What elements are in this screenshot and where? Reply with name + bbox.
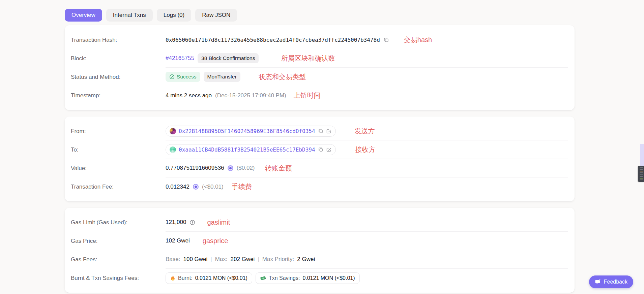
- gas-fees-label: Gas Fees:: [71, 256, 166, 263]
- fee-annotation: 手续费: [232, 182, 252, 191]
- gas-price-value: 102 Gwei: [166, 237, 190, 244]
- banknote-icon: [260, 275, 266, 281]
- method-badge: MonTransfer: [204, 72, 240, 82]
- feedback-label: Feedback: [604, 279, 627, 285]
- value-label: Value:: [71, 165, 166, 172]
- block-row: Block: #42165755 38 Block Confirmations …: [71, 49, 568, 68]
- edit-note-icon[interactable]: [326, 128, 332, 134]
- copy-icon[interactable]: [318, 147, 323, 152]
- timestamp-absolute: (Dec-15-2025 17:09:40 PM): [215, 92, 286, 99]
- gas-price-label: Gas Price:: [71, 238, 166, 244]
- tab-raw-json[interactable]: Raw JSON: [195, 9, 237, 22]
- to-address-pill[interactable]: 0xaaa11CB4DdB5881f3B254021B5eEE65c17EbD3…: [166, 144, 336, 155]
- from-address-pill[interactable]: 0x228148889505F14602458969E36F8546cd0f03…: [166, 126, 336, 137]
- check-circle-icon: [169, 74, 175, 79]
- fee-amount: 0.012342: [166, 184, 189, 190]
- copy-icon[interactable]: [383, 37, 389, 43]
- block-label: Block:: [71, 55, 166, 62]
- transaction-fee-row: Transaction Fee: 0.012342 (<$0.01) 手续费: [71, 177, 568, 196]
- fee-usd: (<$0.01): [202, 184, 224, 190]
- tab-bar: Overview Internal Txns Logs (0) Raw JSON: [65, 9, 575, 22]
- status-text: Success: [177, 74, 197, 80]
- transaction-hash-row: Transaction Hash: 0x065060e171b7d8c11732…: [71, 31, 568, 49]
- gas-base-label: Base:: [166, 256, 180, 263]
- separator: |: [210, 256, 212, 263]
- timestamp-annotation: 上链时间: [294, 91, 321, 100]
- copy-icon[interactable]: [318, 128, 323, 134]
- overview-card: Transaction Hash: 0x065060e171b7d8c11732…: [65, 25, 575, 110]
- from-annotation: 发送方: [355, 127, 375, 136]
- minimap-widget[interactable]: [638, 166, 644, 182]
- timestamp-label: Timestamp:: [71, 92, 166, 99]
- burnt-savings-row: Burnt & Txn Savings Fees: Burnt: 0.0121 …: [71, 269, 568, 287]
- feedback-chat-icon: [595, 279, 601, 285]
- mon-token-icon: [228, 165, 233, 171]
- gas-priority-label: Max Priority:: [262, 256, 294, 263]
- block-annotation: 所属区块和确认数: [281, 54, 335, 63]
- transaction-page: Overview Internal Txns Logs (0) Raw JSON…: [0, 0, 575, 293]
- gas-limit-value: 121,000: [166, 219, 186, 226]
- value-usd: ($0.02): [237, 165, 255, 171]
- from-address[interactable]: 0x228148889505F14602458969E36F8546cd0f03…: [179, 128, 315, 134]
- hash-annotation: 交易hash: [404, 35, 432, 44]
- value-annotation: 转账金额: [265, 164, 292, 173]
- transaction-fee-label: Transaction Fee:: [71, 184, 166, 190]
- burnt-text: Burnt:: [178, 275, 193, 281]
- from-avatar: [170, 128, 176, 134]
- gas-card: Gas Limit (Gas Used): 121,000 gaslimit G…: [65, 208, 575, 293]
- transaction-hash-value: 0x065060e171b7d8c117326a455e88bcec2ad14f…: [166, 37, 380, 43]
- gas-fees-row: Gas Fees: Base: 100 Gwei | Max: 202 Gwei…: [71, 250, 568, 269]
- gas-limit-label: Gas Limit (Gas Used):: [71, 219, 166, 226]
- value-amount: 0.77087511916609536: [166, 165, 224, 171]
- status-badge: Success: [166, 72, 200, 82]
- status-method-label: Status and Method:: [71, 74, 166, 80]
- separator: |: [258, 256, 259, 263]
- savings-value: 0.0121 MON (<$0.01): [302, 275, 355, 281]
- from-row: From: 0x228148889505F14602458969E36F8546…: [71, 122, 568, 140]
- burnt-value: 0.0121 MON (<$0.01): [195, 275, 247, 281]
- block-confirmations-badge: 38 Block Confirmations: [198, 53, 259, 63]
- gas-priority-value: 2 Gwei: [297, 256, 315, 263]
- tab-overview[interactable]: Overview: [65, 9, 102, 22]
- to-label: To:: [71, 146, 166, 153]
- flame-icon: [170, 275, 175, 281]
- gas-price-row: Gas Price: 102 Gwei gasprice: [71, 232, 568, 250]
- to-address[interactable]: 0xaaa11CB4DdB5881f3B254021B5eEE65c17EbD3…: [179, 146, 315, 153]
- tab-internal-txns[interactable]: Internal Txns: [106, 9, 153, 22]
- savings-text: Txn Savings:: [269, 275, 300, 281]
- gas-limit-row: Gas Limit (Gas Used): 121,000 gaslimit: [71, 213, 568, 232]
- burnt-savings-label: Burnt & Txn Savings Fees:: [71, 275, 166, 282]
- gas-base-value: 100 Gwei: [183, 256, 207, 263]
- txn-savings-pill: Txn Savings: 0.0121 MON (<$0.01): [256, 272, 360, 284]
- scroll-highlight-strip: [640, 144, 644, 166]
- from-label: From:: [71, 128, 166, 135]
- feedback-button[interactable]: Feedback: [589, 275, 633, 288]
- gas-max-value: 202 Gwei: [231, 256, 255, 263]
- to-annotation: 接收方: [355, 145, 376, 154]
- value-row: Value: 0.77087511916609536 ($0.02) 转账金额: [71, 159, 568, 177]
- gas-max-label: Max:: [215, 256, 228, 263]
- transaction-hash-label: Transaction Hash:: [71, 37, 166, 43]
- burnt-fee-pill: Burnt: 0.0121 MON (<$0.01): [166, 272, 252, 284]
- to-row: To: 0xaaa11CB4DdB5881f3B254021B5eEE65c17…: [71, 140, 568, 159]
- gas-price-annotation: gasprice: [203, 237, 228, 245]
- mon-token-icon: [193, 184, 199, 190]
- timestamp-relative: 4 mins 2 secs ago: [166, 92, 212, 99]
- tab-logs[interactable]: Logs (0): [157, 9, 191, 22]
- to-avatar: [170, 146, 176, 153]
- info-icon[interactable]: [189, 220, 195, 225]
- transfer-card: From: 0x228148889505F14602458969E36F8546…: [65, 117, 575, 201]
- timestamp-row: Timestamp: 4 mins 2 secs ago (Dec-15-202…: [71, 86, 568, 105]
- status-method-row: Status and Method: Success MonTransfer 状…: [71, 68, 568, 86]
- block-number-link[interactable]: #42165755: [166, 55, 194, 62]
- gas-limit-annotation: gaslimit: [207, 219, 230, 226]
- status-annotation: 状态和交易类型: [259, 72, 306, 81]
- edit-note-icon[interactable]: [326, 147, 332, 153]
